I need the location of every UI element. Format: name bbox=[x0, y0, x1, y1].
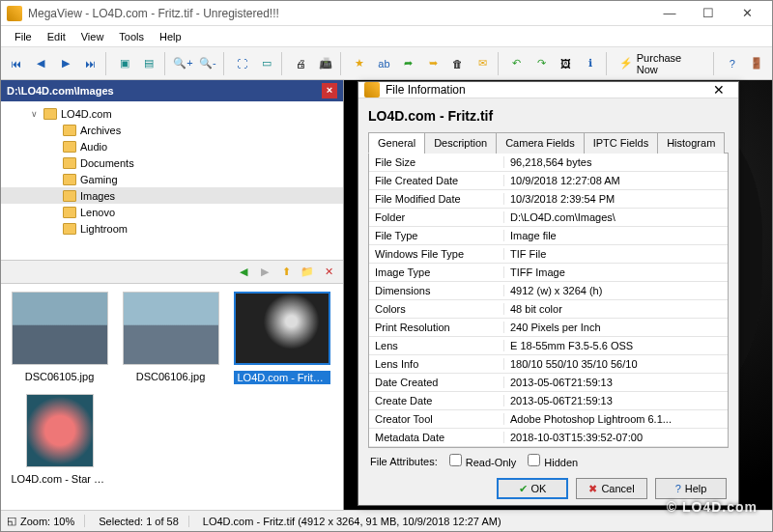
print-button[interactable]: 🖨 bbox=[289, 52, 311, 75]
help-button[interactable]: ? bbox=[721, 52, 743, 75]
slideshow-button[interactable]: ▣ bbox=[113, 52, 135, 75]
tree-item[interactable]: Lenovo bbox=[1, 204, 343, 220]
tab-general[interactable]: General bbox=[368, 132, 425, 154]
forward-button[interactable]: ▶ bbox=[256, 264, 273, 281]
prop-value: 48 bit color bbox=[504, 303, 728, 315]
thumbnail[interactable]: DSC06105.jpg bbox=[9, 292, 110, 384]
delete-folder-button[interactable]: ✕ bbox=[320, 264, 337, 281]
prop-key: Folder bbox=[369, 211, 504, 223]
back-button[interactable]: ◀ bbox=[235, 264, 252, 281]
thumbnail[interactable]: DSC06106.jpg bbox=[120, 292, 221, 384]
property-row[interactable]: File Modified Date10/3/2018 2:39:54 PM bbox=[369, 190, 728, 209]
prop-key: Image Type bbox=[369, 266, 504, 278]
dialog-heading: LO4D.com - Fritz.tif bbox=[368, 108, 729, 124]
mail-button[interactable]: ✉ bbox=[472, 52, 494, 75]
presentation-button[interactable]: ▤ bbox=[137, 52, 159, 75]
help-button[interactable]: ?Help bbox=[655, 478, 727, 499]
property-row[interactable]: Windows File TypeTIF File bbox=[369, 245, 728, 264]
tree-item[interactable]: Lightroom bbox=[1, 220, 343, 237]
exit-button[interactable]: 🚪 bbox=[746, 52, 768, 75]
property-row[interactable]: Image TypeTIFF Image bbox=[369, 264, 728, 282]
property-row[interactable]: LensE 18-55mm F3.5-5.6 OSS bbox=[369, 337, 728, 355]
property-row[interactable]: Print Resolution240 Pixels per Inch bbox=[369, 319, 728, 337]
last-button[interactable]: ⏭ bbox=[78, 52, 100, 75]
x-icon: ✖ bbox=[588, 483, 597, 495]
tree-root-label: LO4D.com bbox=[61, 108, 112, 120]
close-button[interactable]: ✕ bbox=[728, 3, 766, 24]
menu-help[interactable]: Help bbox=[152, 28, 189, 45]
menu-file[interactable]: File bbox=[7, 28, 40, 45]
redo-button[interactable]: ↷ bbox=[530, 52, 552, 75]
scan-button[interactable]: 📠 bbox=[314, 52, 336, 75]
delete-button[interactable]: 🗑 bbox=[446, 52, 469, 75]
info-button[interactable]: ℹ bbox=[579, 52, 601, 75]
tree-root[interactable]: ∨ LO4D.com bbox=[1, 105, 343, 122]
property-row[interactable]: FolderD:\LO4D.com\Images\ bbox=[369, 209, 728, 227]
zoom-out-button[interactable]: 🔍- bbox=[196, 52, 218, 75]
prop-value: 4912 (w) x 3264 (h) bbox=[504, 285, 728, 296]
prop-value: 2018-10-03T15:39:52-07:00 bbox=[504, 432, 728, 443]
hidden-checkbox[interactable]: Hidden bbox=[528, 454, 578, 468]
zoom-in-button[interactable]: 🔍+ bbox=[172, 52, 194, 75]
property-row[interactable]: Lens Info 180/10 550/10 35/10 56/10 bbox=[369, 355, 728, 374]
minimize-button[interactable]: — bbox=[650, 3, 689, 24]
property-row[interactable]: Create Date2013-05-06T21:59:13 bbox=[369, 392, 728, 410]
fit-button[interactable]: ▭ bbox=[255, 52, 277, 75]
tab-description[interactable]: Description bbox=[424, 132, 497, 154]
property-row[interactable]: File Size96,218,564 bytes bbox=[369, 154, 728, 172]
tree-item[interactable]: Documents bbox=[1, 154, 343, 171]
undo-button[interactable]: ↶ bbox=[505, 52, 528, 75]
dialog-body: LO4D.com - Fritz.tif General Description… bbox=[358, 98, 738, 511]
thumbnail-pane[interactable]: DSC06105.jpg DSC06106.jpg LO4D.com - Fri… bbox=[1, 284, 343, 510]
move-button[interactable]: ➦ bbox=[397, 52, 419, 75]
maximize-button[interactable]: ☐ bbox=[689, 3, 728, 24]
dialog-buttons: ✔OK ✖Cancel ?Help bbox=[368, 474, 729, 501]
rename-button[interactable]: ab bbox=[373, 52, 395, 75]
tree-item[interactable]: Gaming bbox=[1, 171, 343, 187]
folder-icon bbox=[63, 141, 76, 153]
property-row[interactable]: Metadata Date2018-10-03T15:39:52-07:00 bbox=[369, 429, 728, 447]
prop-value: 180/10 550/10 35/10 56/10 bbox=[504, 358, 728, 370]
copy-button[interactable]: ➥ bbox=[422, 52, 444, 75]
property-row[interactable]: Creator ToolAdobe Photoshop Lightroom 6.… bbox=[369, 410, 728, 429]
property-row[interactable]: File Created Date10/9/2018 12:27:08 AM bbox=[369, 172, 728, 190]
up-button[interactable]: ⬆ bbox=[277, 264, 295, 281]
menu-view[interactable]: View bbox=[73, 28, 112, 45]
prev-button[interactable]: ◀ bbox=[29, 52, 51, 75]
dialog-title: File Information bbox=[386, 83, 705, 97]
tree-item-selected[interactable]: Images bbox=[1, 187, 343, 204]
favorite-button[interactable]: ★ bbox=[348, 52, 370, 75]
property-grid[interactable]: File Size96,218,564 bytesFile Created Da… bbox=[368, 154, 729, 448]
purchase-button[interactable]: ⚡ Purchase Now bbox=[614, 52, 709, 75]
menu-edit[interactable]: Edit bbox=[40, 28, 73, 45]
thumbnail-selected[interactable]: LO4D.com - Fritz.tif bbox=[231, 292, 332, 384]
property-row[interactable]: Dimensions4912 (w) x 3264 (h) bbox=[369, 282, 728, 300]
tab-camera[interactable]: Camera Fields bbox=[496, 132, 585, 154]
refresh-button[interactable]: 🖼 bbox=[555, 52, 577, 75]
prop-key: File Modified Date bbox=[369, 193, 504, 205]
property-row[interactable]: Colors48 bit color bbox=[369, 300, 728, 319]
property-row[interactable]: Date Created2013-05-06T21:59:13 bbox=[369, 374, 728, 392]
attrs-label: File Attributes: bbox=[370, 456, 438, 467]
folder-tree[interactable]: ∨ LO4D.com Archives Audio Documents Gami… bbox=[1, 101, 343, 261]
readonly-checkbox[interactable]: Read-Only bbox=[449, 454, 517, 468]
cancel-button[interactable]: ✖Cancel bbox=[576, 478, 647, 499]
path-close-button[interactable]: × bbox=[322, 83, 337, 98]
tab-iptc[interactable]: IPTC Fields bbox=[584, 132, 658, 154]
new-folder-button[interactable]: 📁 bbox=[299, 264, 316, 281]
prop-key: File Size bbox=[369, 156, 504, 168]
next-button[interactable]: ▶ bbox=[54, 52, 76, 75]
first-button[interactable]: ⏮ bbox=[5, 52, 27, 75]
dialog-close-button[interactable]: ✕ bbox=[705, 82, 732, 98]
collapse-icon[interactable]: ∨ bbox=[28, 109, 40, 119]
thumbnail[interactable]: LO4D.com - Star Fi... bbox=[9, 394, 110, 485]
dialog-tabs: General Description Camera Fields IPTC F… bbox=[368, 131, 729, 154]
fullscreen-button[interactable]: ⛶ bbox=[231, 52, 253, 75]
tab-histogram[interactable]: Histogram bbox=[657, 132, 725, 154]
menu-tools[interactable]: Tools bbox=[111, 28, 152, 45]
tree-item[interactable]: Archives bbox=[1, 122, 343, 138]
question-icon: ? bbox=[675, 483, 681, 494]
ok-button[interactable]: ✔OK bbox=[497, 478, 568, 499]
tree-item[interactable]: Audio bbox=[1, 138, 343, 154]
property-row[interactable]: File TypeImage file bbox=[369, 227, 728, 245]
